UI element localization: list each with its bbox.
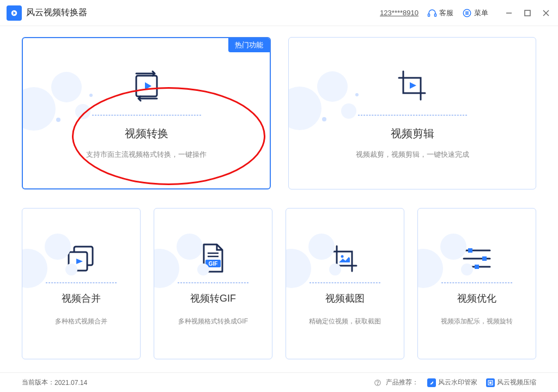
user-id-link[interactable]: 123****8910 [380,9,418,17]
recommend-label: 产品推荐： [386,378,418,387]
svg-point-14 [51,72,82,102]
crop-icon [393,67,432,106]
titlebar: 风云视频转换器 123****8910 客服 菜单 [0,0,558,26]
svg-point-26 [22,249,47,288]
svg-point-21 [317,71,348,102]
help-icon[interactable] [373,378,383,388]
svg-rect-52 [475,265,479,269]
divider [178,283,248,283]
card-title: 视频转GIF [190,292,236,305]
svg-rect-50 [468,248,472,253]
watermark-app-icon [427,378,436,387]
card-video-merge[interactable]: 视频合并 多种格式视频合并 [22,208,141,359]
menu-label: 菜单 [474,8,488,18]
svg-point-13 [22,87,56,131]
svg-rect-51 [482,256,487,261]
minimize-button[interactable] [504,8,514,19]
card-desc: 精确定位视频，获取截图 [309,317,381,326]
card-title: 视频优化 [457,292,496,305]
menu-button[interactable]: 菜单 [462,8,488,18]
main-grid: 热门功能 视频转换 支持市面主流视频格式转换，一键操作 视频剪辑 视频裁剪，视频… [0,26,558,365]
divider [358,115,467,115]
merge-icon [65,241,97,276]
maximize-button[interactable] [522,8,533,19]
close-button[interactable] [541,8,551,19]
footer: 当前版本： 2021.07.14 产品推荐： 风云水印管家 风云视频压缩 [0,372,558,392]
card-video-convert[interactable]: 热门功能 视频转换 支持市面主流视频格式转换，一键操作 [22,37,271,189]
svg-rect-3 [428,14,430,16]
decorative-bubbles-icon [22,60,105,136]
svg-point-20 [288,87,322,130]
card-title: 视频合并 [62,292,101,305]
customer-service-button[interactable]: 客服 [427,8,453,18]
card-video-gif[interactable]: GIF 视频转GIF 多种视频格式转换成GIF [154,208,272,359]
svg-point-43 [341,255,344,258]
svg-point-54 [378,384,378,384]
svg-rect-56 [489,382,492,384]
convert-icon [129,67,165,106]
svg-marker-25 [410,82,416,89]
version-value: 2021.07.14 [54,379,87,387]
recommend-link-watermark[interactable]: 风云水印管家 [427,378,477,387]
app-logo-icon [7,5,22,21]
decorative-bubbles-icon [288,59,371,136]
annotation-highlight-ellipse [72,87,265,185]
card-title: 视频剪辑 [391,126,434,141]
divider [46,283,117,283]
card-desc: 支持市面主流视频格式转换，一键操作 [86,150,207,160]
divider [92,115,201,115]
svg-point-23 [322,117,326,121]
card-desc: 多种视频格式转换成GIF [178,317,248,326]
headset-icon [427,8,437,18]
svg-rect-4 [435,14,436,16]
recommend-label-2: 风云视频压缩 [497,378,536,387]
svg-point-33 [177,234,203,260]
recommend-label-1: 风云水印管家 [438,378,477,387]
sliders-icon [460,241,493,276]
svg-point-17 [89,94,93,97]
customer-service-label: 客服 [439,8,453,18]
svg-rect-10 [525,10,530,16]
svg-point-16 [56,118,60,122]
card-desc: 多种格式视频合并 [55,317,107,326]
screenshot-icon [328,241,362,276]
version-label: 当前版本： [22,378,54,387]
recommend-link-compress[interactable]: 风云视频压缩 [486,378,536,387]
svg-point-44 [417,249,443,288]
svg-point-24 [355,93,359,96]
divider [310,283,380,283]
card-desc: 视频裁剪，视频剪辑，一键快速完成 [356,150,469,160]
compress-app-icon [486,378,495,387]
hot-badge: 热门功能 [228,38,270,52]
card-title: 视频转换 [125,126,168,141]
card-video-edit[interactable]: 视频剪辑 视频裁剪，视频剪辑，一键快速完成 [288,37,536,189]
card-video-optimize[interactable]: 视频优化 视频添加配乐，视频旋转 [417,208,536,359]
card-video-screenshot[interactable]: 视频截图 精确定位视频，获取截图 [286,208,404,359]
card-title: 视频截图 [325,292,365,305]
svg-point-32 [154,249,179,288]
svg-point-39 [286,249,311,288]
divider [441,283,512,283]
svg-point-15 [75,104,90,119]
menu-icon [462,8,472,18]
gif-file-icon: GIF [199,241,227,276]
card-desc: 视频添加配乐，视频旋转 [441,317,513,326]
svg-text:GIF: GIF [209,261,218,267]
svg-point-22 [341,103,356,119]
svg-marker-19 [145,82,151,90]
app-title: 风云视频转换器 [26,7,87,19]
